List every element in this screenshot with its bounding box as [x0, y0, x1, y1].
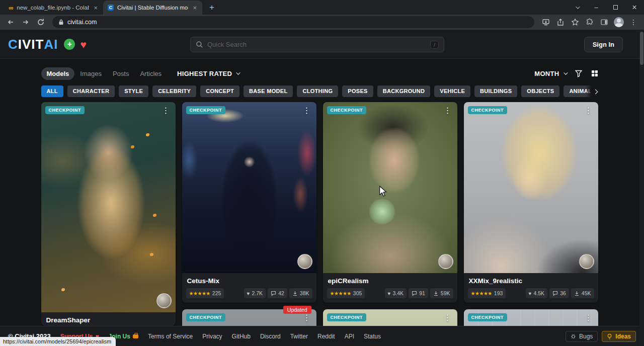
civitai-logo[interactable]: CIVITAI [8, 37, 58, 52]
tab-close-icon[interactable]: × [192, 5, 198, 11]
tab-search-icon[interactable] [568, 0, 587, 15]
filter-row: Models Images Posts Articles HIGHEST RAT… [41, 66, 599, 81]
model-preview-image: CHECKPOINT ⋮ [464, 102, 598, 273]
browser-menu-icon[interactable]: ⋮ [627, 16, 640, 29]
tab-posts[interactable]: Posts [107, 67, 135, 80]
forward-icon[interactable] [19, 16, 32, 29]
rating-pill[interactable]: ★★★★★193 [468, 288, 506, 298]
category-chip[interactable]: CONCEPT [200, 85, 239, 97]
tab-close-icon[interactable]: × [93, 5, 99, 11]
model-card-xxmix9realistic[interactable]: CHECKPOINT ⋮ XXMix_9realistic ★★★★★193 ♥… [464, 102, 598, 303]
likes-pill[interactable]: ♥2.7K [244, 288, 266, 298]
category-chip-all[interactable]: ALL [41, 85, 63, 97]
browser-tab-civitai[interactable]: C Civitai | Stable Diffusion models, × [103, 1, 202, 15]
back-icon[interactable] [4, 16, 17, 29]
comments-pill[interactable]: 91 [409, 288, 428, 298]
chevron-down-icon [564, 70, 568, 74]
layout-grid-icon[interactable] [591, 69, 599, 77]
period-dropdown[interactable]: MONTH [534, 70, 566, 77]
category-chip[interactable]: OBJECTS [521, 85, 559, 97]
status-url-bubble: https://civitai.com/models/25694/epicrea… [0, 337, 116, 346]
card-menu-icon[interactable]: ⋮ [583, 105, 595, 116]
tab-images[interactable]: Images [74, 67, 107, 80]
downloads-pill[interactable]: 59K [430, 288, 453, 298]
category-chip[interactable]: CELEBRITY [152, 85, 196, 97]
new-tab-button[interactable]: + [205, 1, 218, 14]
comments-pill[interactable]: 42 [268, 288, 287, 298]
upload-plus-button[interactable]: + [64, 39, 75, 50]
category-chip[interactable]: VEHICLE [434, 85, 470, 97]
sort-dropdown[interactable]: HIGHEST RATED [177, 70, 239, 77]
creator-avatar[interactable] [579, 254, 594, 269]
creator-avatar[interactable] [438, 254, 453, 269]
model-title: XXMix_9realistic [464, 273, 598, 287]
scrollbar-thumb[interactable] [640, 32, 643, 65]
category-chip[interactable]: STYLE [119, 85, 148, 97]
bookmark-star-icon[interactable] [569, 16, 582, 29]
browser-tab-colab[interactable]: ∞ new_colab_file.ipynb - Colaborat × [4, 1, 103, 15]
likes-pill[interactable]: ♥3.4K [385, 288, 407, 298]
model-card-dreamshaper[interactable]: CHECKPOINT ⋮ DreamShaper [41, 102, 176, 326]
side-panel-icon[interactable] [598, 16, 611, 29]
rating-pill[interactable]: ★★★★★225 [186, 288, 224, 298]
likes-pill[interactable]: ♥4.5K [526, 288, 548, 298]
download-icon [292, 291, 298, 296]
sign-in-button[interactable]: Sign In [584, 37, 623, 52]
page-content: Models Images Posts Articles HIGHEST RAT… [0, 59, 639, 346]
card-menu-icon[interactable]: ⋮ [442, 105, 454, 116]
category-chip[interactable]: CHARACTER [67, 85, 115, 97]
tab-title: new_colab_file.ipynb - Colaborat [17, 5, 89, 11]
card-menu-icon[interactable]: ⋮ [442, 312, 454, 323]
creator-avatar[interactable] [156, 293, 172, 308]
creator-avatar[interactable] [297, 254, 312, 269]
lightbulb-icon [607, 333, 612, 339]
address-bar[interactable]: civitai.com [52, 16, 534, 28]
footer-link-terms[interactable]: Terms of Service [148, 333, 193, 340]
search-bar[interactable]: / [190, 37, 444, 52]
rating-pill[interactable]: ★★★★★305 [327, 288, 365, 298]
tab-models[interactable]: Models [41, 67, 75, 80]
footer-link-discord[interactable]: Discord [260, 333, 281, 340]
footer-link-api[interactable]: API [345, 333, 354, 340]
footer-link-reddit[interactable]: Reddit [317, 333, 335, 340]
share-icon[interactable] [554, 16, 567, 29]
tab-title: Civitai | Stable Diffusion models, [117, 5, 188, 11]
extensions-puzzle-icon[interactable] [583, 16, 596, 29]
footer-link-status[interactable]: Status [364, 333, 381, 340]
colab-favicon-icon: ∞ [9, 4, 13, 12]
category-chip[interactable]: BUILDINGS [474, 85, 517, 97]
card-menu-icon[interactable]: ⋮ [160, 105, 172, 116]
footer-link-github[interactable]: GitHub [232, 333, 251, 340]
downloads-pill[interactable]: 45K [571, 288, 594, 298]
bugs-button[interactable]: Bugs [566, 331, 598, 342]
model-card-cetus-mix[interactable]: CHECKPOINT ⋮ Cetus-Mix ★★★★★225 ♥2.7K 42… [182, 102, 316, 303]
maximize-button[interactable] [606, 0, 625, 15]
logo-part: C [8, 37, 18, 52]
downloads-pill[interactable]: 38K [289, 288, 312, 298]
category-chip[interactable]: POSES [342, 85, 373, 97]
card-menu-icon[interactable]: ⋮ [583, 312, 595, 323]
star-rating-icon: ★★★★★ [471, 291, 492, 296]
search-input[interactable] [207, 41, 426, 48]
ideas-button[interactable]: Ideas [602, 331, 636, 342]
category-chip[interactable]: BASE MODEL [244, 85, 293, 97]
profile-avatar[interactable] [612, 16, 625, 29]
model-stats: ★★★★★225 ♥2.7K 42 38K [182, 287, 316, 303]
page-scrollbar[interactable] [639, 30, 644, 346]
category-scroll-right-icon[interactable] [586, 85, 599, 98]
heart-icon: ♥ [388, 291, 391, 296]
category-chip[interactable]: CLOTHING [297, 85, 338, 97]
footer-link-twitter[interactable]: Twitter [290, 333, 308, 340]
install-app-icon[interactable] [539, 16, 552, 29]
filter-funnel-icon[interactable] [575, 69, 583, 77]
comments-pill[interactable]: 36 [549, 288, 569, 298]
model-card-epicrealism[interactable]: CHECKPOINT ⋮ epiCRealism ★★★★★305 ♥3.4K … [323, 102, 457, 303]
category-chip[interactable]: BACKGROUND [377, 85, 431, 97]
favorites-heart-icon[interactable]: ♥ [80, 39, 86, 50]
reload-icon[interactable] [34, 16, 47, 29]
close-window-button[interactable]: × [625, 0, 644, 15]
footer-link-privacy[interactable]: Privacy [202, 333, 222, 340]
card-menu-icon[interactable]: ⋮ [301, 105, 313, 116]
tab-articles[interactable]: Articles [134, 67, 167, 80]
minimize-button[interactable]: – [587, 0, 606, 15]
